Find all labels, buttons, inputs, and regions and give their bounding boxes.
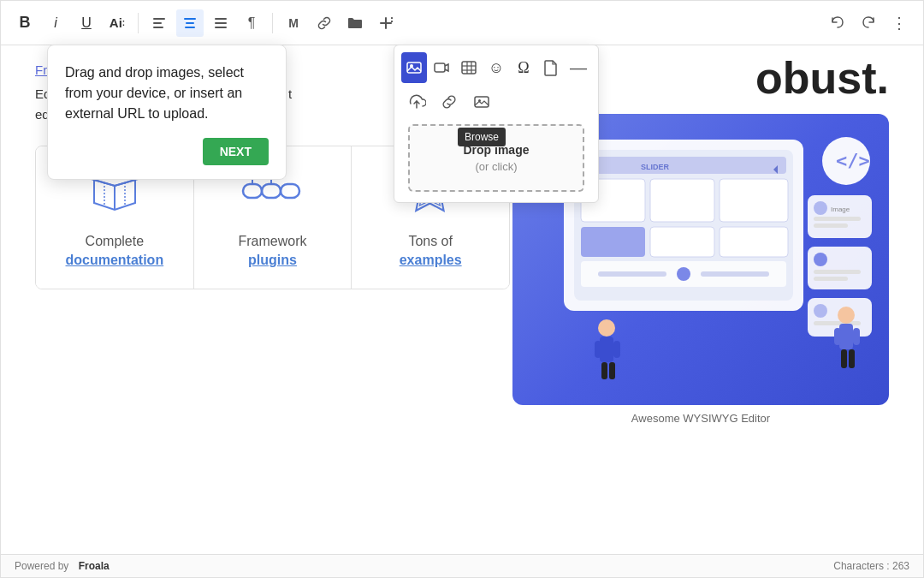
footer-brand: Powered by Froala xyxy=(15,560,110,572)
upload-cloud-button[interactable] xyxy=(401,86,432,117)
svg-rect-32 xyxy=(598,271,666,277)
video-icon xyxy=(433,59,450,76)
svg-rect-10 xyxy=(380,22,392,24)
folder-icon xyxy=(346,15,364,31)
svg-point-37 xyxy=(814,201,827,215)
insert-video-button[interactable] xyxy=(429,52,454,83)
svg-rect-68 xyxy=(475,97,489,107)
feature-label-complete: Complete xyxy=(53,234,176,249)
svg-rect-14 xyxy=(262,184,281,198)
svg-rect-33 xyxy=(701,271,769,277)
insert-link-button[interactable] xyxy=(434,86,465,117)
svg-rect-51 xyxy=(613,341,620,358)
feature-link-examples[interactable]: examples xyxy=(369,253,492,268)
feature-label-framework: Framework xyxy=(211,234,335,249)
heading-text-partial: obust. xyxy=(755,53,889,103)
svg-rect-11 xyxy=(391,17,393,19)
svg-rect-28 xyxy=(720,179,788,222)
svg-rect-13 xyxy=(243,184,262,198)
svg-rect-43 xyxy=(814,270,861,274)
insert-table-button[interactable] xyxy=(456,52,482,83)
link-button[interactable] xyxy=(311,9,338,37)
insert-special-char-button[interactable]: Ω xyxy=(511,52,536,83)
svg-text:Image: Image xyxy=(831,206,850,213)
svg-point-31 xyxy=(677,267,690,281)
svg-rect-27 xyxy=(650,227,714,257)
svg-rect-62 xyxy=(435,63,445,72)
svg-rect-29 xyxy=(720,227,788,257)
svg-rect-15 xyxy=(281,184,299,198)
separator-1 xyxy=(138,13,139,33)
svg-rect-5 xyxy=(185,27,195,28)
svg-rect-4 xyxy=(186,22,194,24)
plus-add-icon xyxy=(377,15,394,32)
ai-button[interactable]: Ai : xyxy=(104,9,131,37)
tooltip-next-button[interactable]: NEXT xyxy=(203,138,269,165)
media-button[interactable]: M xyxy=(280,9,307,37)
file-icon xyxy=(543,59,559,76)
svg-rect-44 xyxy=(814,277,848,281)
tooltip-text: Drag and drop images, select from your d… xyxy=(65,63,269,124)
svg-rect-26 xyxy=(650,179,714,222)
link-insert-icon xyxy=(441,93,458,110)
svg-rect-20 xyxy=(581,157,786,174)
svg-point-42 xyxy=(814,253,827,266)
insert-hr-button[interactable]: — xyxy=(566,52,591,83)
insert-emoji-button[interactable]: ☺ xyxy=(483,52,509,83)
svg-rect-58 xyxy=(841,349,847,368)
table-icon xyxy=(460,59,477,76)
svg-text:SLIDER: SLIDER xyxy=(641,163,670,171)
svg-rect-6 xyxy=(215,18,227,20)
feature-link-plugins[interactable]: plugins xyxy=(211,253,335,268)
tooltip-popover: Drag and drop images, select from your d… xyxy=(47,45,287,180)
svg-rect-8 xyxy=(215,27,227,28)
svg-rect-7 xyxy=(215,22,227,24)
underline-button[interactable]: U xyxy=(73,9,100,37)
list-button[interactable] xyxy=(207,9,234,37)
feature-link-documentation[interactable]: documentation xyxy=(53,253,176,268)
feature-label-tons: Tons of xyxy=(369,234,492,249)
svg-rect-3 xyxy=(184,18,196,20)
svg-point-46 xyxy=(814,304,827,318)
undo-button[interactable] xyxy=(824,9,851,37)
svg-rect-50 xyxy=(595,341,601,358)
powered-by-text: Powered by xyxy=(15,560,68,572)
svg-rect-0 xyxy=(153,18,165,20)
insert-plus-button[interactable] xyxy=(372,9,400,37)
browse-icon xyxy=(473,93,490,110)
toolbar: B i U Ai : xyxy=(1,1,923,45)
more-options-button[interactable]: ⋮ xyxy=(886,9,913,37)
align-center-icon xyxy=(182,15,198,31)
svg-rect-47 xyxy=(814,321,861,325)
svg-rect-2 xyxy=(153,27,163,28)
redo-button[interactable] xyxy=(855,9,882,37)
illustration-caption: Awesome WYSIWYG Editor xyxy=(512,412,889,425)
editor-footer: Powered by Froala Characters : 263 xyxy=(1,554,923,577)
svg-rect-57 xyxy=(853,328,860,345)
character-count: Characters : 263 xyxy=(833,560,909,572)
align-center-button[interactable] xyxy=(176,9,204,37)
bold-button[interactable]: B xyxy=(11,9,38,37)
drop-zone-subtitle: (or click) xyxy=(427,160,566,173)
insert-image-button[interactable] xyxy=(401,52,427,83)
align-left-button[interactable] xyxy=(145,9,173,37)
svg-point-48 xyxy=(598,319,615,337)
svg-rect-60 xyxy=(407,63,421,73)
svg-rect-49 xyxy=(600,337,613,362)
insert-file-button[interactable] xyxy=(538,52,564,83)
paragraph-button[interactable]: ¶ xyxy=(238,9,265,37)
svg-point-54 xyxy=(838,307,855,324)
insert-popup: ☺ Ω — xyxy=(394,45,599,203)
svg-rect-52 xyxy=(601,362,607,379)
svg-rect-63 xyxy=(462,62,476,74)
italic-button[interactable]: i xyxy=(42,9,69,37)
folder-button[interactable] xyxy=(341,9,369,37)
svg-rect-55 xyxy=(839,324,853,349)
link-icon xyxy=(317,15,332,31)
svg-rect-53 xyxy=(609,362,615,379)
browse-tooltip: Browse xyxy=(458,128,506,146)
separator-2 xyxy=(272,13,273,33)
align-left-icon xyxy=(151,15,167,31)
browse-button[interactable] xyxy=(466,86,497,117)
svg-rect-12 xyxy=(391,21,393,22)
